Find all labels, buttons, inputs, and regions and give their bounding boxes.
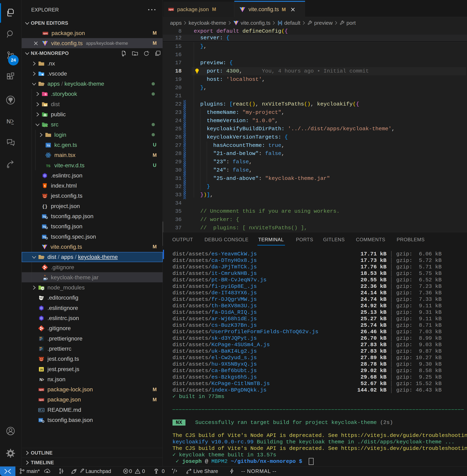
svg-text:TS: TS bbox=[46, 164, 51, 168]
svg-text:N: N bbox=[39, 377, 42, 382]
svg-text:TS: TS bbox=[43, 225, 46, 228]
svg-text:TS: TS bbox=[39, 419, 42, 422]
svg-text:npm: npm bbox=[39, 388, 44, 391]
svg-text:{}: {} bbox=[42, 204, 47, 209]
svg-text:JS: JS bbox=[40, 368, 43, 371]
svg-text:TS: TS bbox=[43, 236, 46, 238]
svg-text:TS: TS bbox=[47, 144, 50, 147]
svg-text:5: 5 bbox=[44, 184, 45, 187]
svg-text:N: N bbox=[6, 118, 11, 125]
svg-text:S: S bbox=[45, 93, 47, 96]
svg-text:</>: </> bbox=[43, 125, 48, 128]
svg-text:TS: TS bbox=[43, 215, 46, 218]
svg-text:JS: JS bbox=[41, 288, 44, 290]
svg-text:npm: npm bbox=[169, 8, 173, 11]
svg-text:npm: npm bbox=[39, 399, 44, 401]
